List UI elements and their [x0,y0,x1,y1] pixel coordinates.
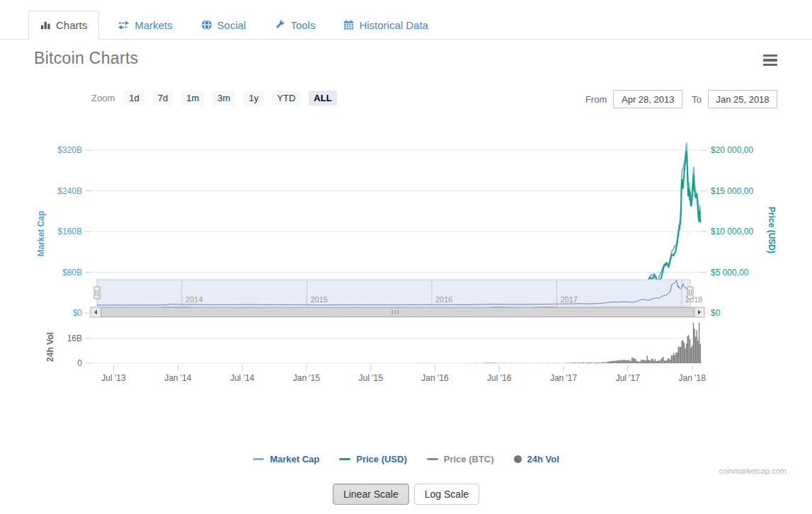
legend-price-usd-label: Price (USD) [356,454,407,464]
historical-data-icon [343,20,354,30]
volume-axis-tick-label: 16B [67,333,82,343]
zoom-button-1m[interactable]: 1m [181,91,204,105]
right-axis-tick-label: $10 000,00 [711,227,753,236]
tab-markets[interactable]: Markets [108,11,182,39]
from-date-input[interactable] [613,90,682,108]
date-range-controls: From To [585,90,777,108]
markets-icon [118,20,130,30]
right-axis-title: Price (USD) [767,207,777,253]
navigator-handle-right[interactable] [687,287,693,299]
x-axis-tick-label: Jan '15 [293,373,321,383]
bitcoin-charts-page: Charts Markets Social [0,0,812,514]
price-btc-line-swatch [427,458,438,460]
x-axis-tick-label: Jan '16 [421,373,449,383]
tab-tools[interactable]: Tools [264,11,325,39]
tab-tools-label: Tools [290,19,315,31]
tab-social-label: Social [217,19,246,31]
tab-social[interactable]: Social [191,11,256,39]
left-axis-title: Market Cap [36,211,46,257]
zoom-preset-row: Zoom 1d 7d 1m 3m 1y YTD ALL [91,91,345,105]
zoom-label: Zoom [91,93,115,103]
chart-context-menu-button[interactable] [763,55,777,66]
x-axis-tick-label: Jul '15 [359,373,384,383]
market-cap-line-swatch [253,458,264,460]
x-axis-tick-label: Jul '13 [101,373,126,383]
legend-24h-vol-label: 24h Vol [527,454,559,464]
legend-item-price-usd[interactable]: Price (USD) [339,454,407,464]
navigator-year-label: 2016 [435,295,452,304]
navigator-year-label: 2017 [560,295,577,304]
tab-charts-label: Charts [56,19,87,31]
watermark: coinmarketcap.com [719,467,787,475]
linear-scale-button[interactable]: Linear Scale [333,484,409,505]
zoom-button-ytd[interactable]: YTD [272,91,300,105]
x-axis-tick-label: Jan '14 [164,373,192,383]
navigator-year-label: 2015 [310,295,327,304]
volume-axis-tick-label: 0 [77,358,82,368]
x-axis-tick-label: Jan '18 [678,373,706,383]
navigator-handle-left[interactable] [94,287,100,299]
zoom-button-all[interactable]: ALL [309,91,336,105]
x-axis-tick-label: Jul '16 [487,373,512,383]
to-date-input[interactable] [708,90,777,108]
tools-icon [274,19,285,30]
legend-market-cap-label: Market Cap [270,454,319,464]
tab-historical-data[interactable]: Historical Data [333,11,438,39]
tab-charts[interactable]: Charts [28,11,99,40]
tab-historical-data-label: Historical Data [359,19,428,31]
chart-legend: Market Cap Price (USD) Price (BTC) 24h V… [0,454,812,464]
scale-toggle-row: Linear Scale Log Scale [0,484,812,505]
volume-axis-title: 24h Vol [45,332,55,362]
zoom-button-3m[interactable]: 3m [212,91,235,105]
main-chart[interactable]: $320B$240B$160B$80B$0Market Cap$20 000,0… [0,127,812,453]
volume-bars [167,323,700,363]
zoom-button-1y[interactable]: 1y [244,91,263,105]
left-axis-tick-label: $240B [57,186,82,196]
volume-circle-swatch [514,455,522,463]
tab-markets-label: Markets [135,19,172,31]
legend-item-market-cap[interactable]: Market Cap [253,454,319,464]
left-axis-tick-label: $80B [62,268,82,278]
left-axis-tick-label: $320B [57,145,82,155]
tab-bar: Charts Markets Social [0,11,812,40]
legend-price-btc-label: Price (BTC) [444,454,494,464]
x-axis-tick-label: Jul '14 [230,373,255,383]
page-title: Bitcoin Charts [34,49,138,68]
zoom-button-7d[interactable]: 7d [153,91,173,105]
x-axis-tick-label: Jul '17 [616,373,641,383]
legend-item-price-btc[interactable]: Price (BTC) [427,454,494,464]
charts-icon [40,20,51,30]
log-scale-button[interactable]: Log Scale [414,484,479,505]
left-axis-tick-label: $0 [73,308,83,318]
social-icon [201,19,212,30]
legend-item-24h-vol[interactable]: 24h Vol [514,454,559,464]
hamburger-icon [763,55,777,57]
from-label: From [585,94,607,105]
right-axis-tick-label: $0 [711,308,721,318]
to-label: To [692,94,702,105]
right-axis-tick-label: $5 000,00 [711,268,749,278]
price-usd-line-swatch [339,458,350,460]
x-axis-tick-label: Jan '17 [550,373,578,383]
zoom-button-1d[interactable]: 1d [124,91,144,105]
right-axis-tick-label: $20 000,00 [711,145,753,155]
left-axis-tick-label: $160B [57,227,82,236]
navigator-year-label: 2014 [185,295,202,304]
right-axis-tick-label: $15 000,00 [711,186,753,196]
